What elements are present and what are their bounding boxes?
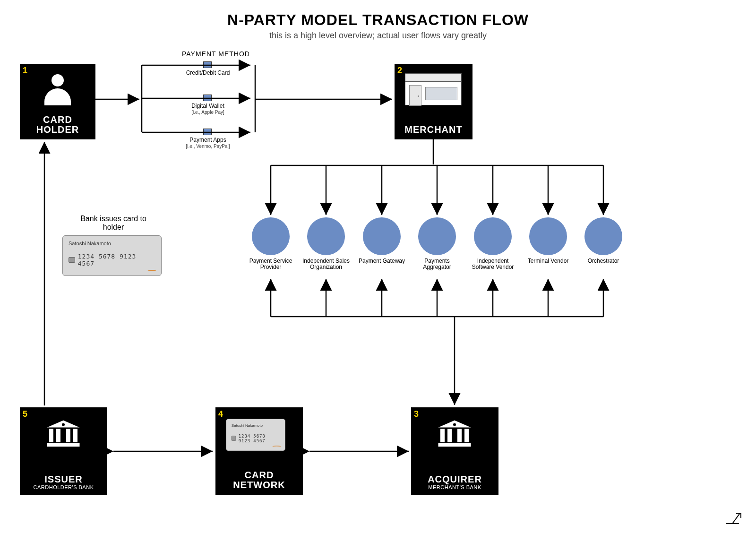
- intermediary-node: [418, 217, 456, 255]
- node-label: CARDNETWORK: [233, 470, 285, 490]
- intermediary-node: [307, 217, 345, 255]
- issue-note: Bank issues card to holder: [71, 215, 156, 232]
- node-number: 4: [218, 409, 223, 419]
- svg-rect-9: [440, 429, 445, 443]
- svg-point-1: [62, 423, 65, 426]
- node-number: 2: [397, 66, 402, 76]
- storefront-icon: [405, 73, 462, 106]
- payment-method-label: Digital Wallet[i.e., Apple Pay]: [165, 103, 250, 115]
- card-chip-icon: [203, 61, 212, 68]
- node-label: CARDHOLDER: [36, 115, 79, 135]
- node-label: MERCHANT: [404, 125, 462, 135]
- credit-card-icon: Satoshi Nakamoto 1234 5678 9123 4567: [226, 419, 285, 451]
- brand-logo-icon: [724, 511, 743, 525]
- svg-rect-12: [464, 429, 469, 443]
- svg-rect-2: [49, 429, 53, 443]
- intermediary-node: [529, 217, 567, 255]
- svg-rect-5: [73, 429, 77, 443]
- node-card-network: 4 Satoshi Nakamoto 1234 5678 9123 4567 C…: [215, 407, 303, 495]
- bank-icon: [44, 420, 82, 448]
- payment-method-label: Payment Apps[i.e., Venmo, PayPal]: [165, 137, 250, 149]
- intermediary-label: Payment Service Provider: [245, 258, 297, 270]
- intermediary-label: Payment Gateway: [356, 258, 408, 264]
- node-label: ACQUIRER: [428, 474, 482, 484]
- intermediary-label: Payments Aggregator: [411, 258, 463, 270]
- node-number: 5: [23, 409, 27, 419]
- svg-rect-3: [56, 429, 60, 443]
- payment-method-label: Credit/Debit Card: [165, 70, 250, 76]
- node-sublabel: CARDHOLDER'S BANK: [34, 484, 94, 490]
- intermediary-label: Independent Sales Organization: [300, 258, 352, 270]
- intermediary-node: [363, 217, 401, 255]
- card-chip-icon: [203, 95, 212, 101]
- payment-method-header: PAYMENT METHOD: [182, 50, 250, 58]
- intermediary-label: Orchestrator: [577, 258, 629, 264]
- node-number: 3: [414, 409, 419, 419]
- svg-rect-13: [438, 443, 471, 447]
- intermediary-node: [584, 217, 622, 255]
- intermediary-label: Terminal Vendor: [522, 258, 574, 264]
- node-merchant: 2 MERCHANT: [395, 64, 472, 139]
- node-number: 1: [23, 66, 27, 76]
- svg-rect-4: [66, 429, 70, 443]
- node-issuer: 5 ISSUER CARDHOLDER'S BANK: [20, 407, 107, 495]
- svg-point-8: [453, 423, 456, 426]
- issued-card: Satoshi Nakamoto 1234 5678 9123 4567: [62, 235, 162, 276]
- diagram-subtitle: this is a high level overview; actual us…: [0, 31, 756, 41]
- card-chip-icon: [69, 257, 75, 263]
- node-cardholder: 1 CARDHOLDER: [20, 64, 95, 139]
- person-icon: [43, 74, 72, 107]
- diagram-title: N-PARTY MODEL TRANSACTION FLOW: [0, 0, 756, 29]
- svg-rect-10: [447, 429, 452, 443]
- node-acquirer: 3 ACQUIRER MERCHANT'S BANK: [411, 407, 498, 495]
- intermediary-node: [252, 217, 290, 255]
- svg-rect-11: [457, 429, 462, 443]
- card-chip-icon: [203, 129, 212, 135]
- intermediary-node: [474, 217, 512, 255]
- intermediary-label: Independent Software Vendor: [467, 258, 519, 270]
- node-sublabel: MERCHANT'S BANK: [428, 484, 481, 490]
- bank-icon: [436, 420, 473, 448]
- svg-rect-6: [47, 443, 80, 447]
- node-label: ISSUER: [44, 474, 82, 484]
